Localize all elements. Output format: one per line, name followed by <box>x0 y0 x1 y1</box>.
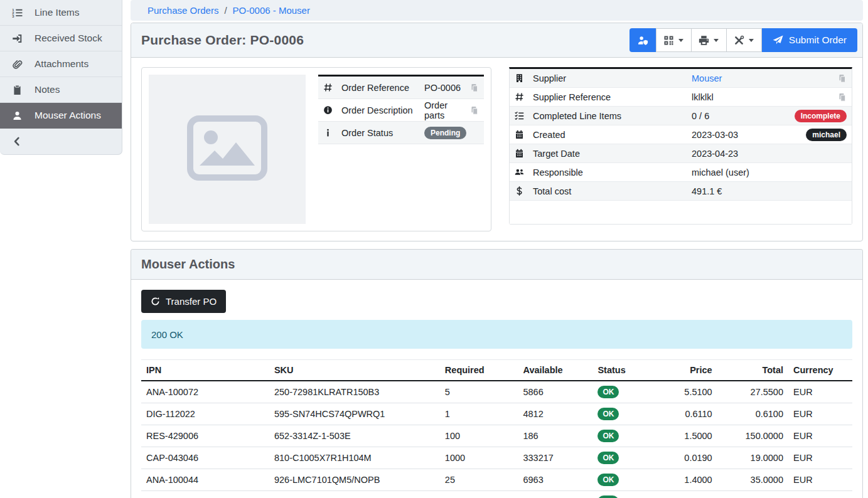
detail-row: Order StatusPending <box>318 122 484 144</box>
cell-ipn: DIG-112022 <box>141 403 269 425</box>
cell-price: 5.7200 <box>656 491 717 498</box>
copy-button[interactable] <box>838 74 847 83</box>
copy-button[interactable] <box>470 106 479 115</box>
detail-row: Responsiblemichael (user) <box>510 163 852 182</box>
detail-row: Completed Line Items0 / 6Incomplete <box>510 107 852 125</box>
caret-down-icon <box>714 39 719 42</box>
cell-total: 35.0000 <box>717 469 788 491</box>
cell-status: OK <box>592 425 656 447</box>
tools-icon <box>734 35 744 46</box>
cell-ipn: RES-429006 <box>141 425 269 447</box>
barcode-menu-button[interactable] <box>656 28 692 52</box>
sidebar-item-label: Line Items <box>35 7 80 18</box>
cell-currency: EUR <box>788 469 852 491</box>
detail-row: Supplier Referencelklklkl <box>510 88 852 107</box>
sidebar-nav: 123Line ItemsReceived StockAttachmentsNo… <box>0 0 122 129</box>
line-items-table: IPNSKURequiredAvailableStatusPriceTotalC… <box>141 359 852 498</box>
admin-button[interactable] <box>630 28 656 52</box>
breadcrumb-link[interactable]: Purchase Orders <box>147 5 218 16</box>
detail-value: Order parts <box>424 100 470 120</box>
cell-currency: EUR <box>788 447 852 469</box>
detail-label: Supplier <box>533 73 692 83</box>
column-currency: Currency <box>788 360 852 381</box>
sidebar-collapse-button[interactable] <box>0 129 122 154</box>
cell-currency: EUR <box>788 381 852 403</box>
detail-label: Order Description <box>341 105 424 115</box>
detail-row: Order ReferencePO-0006 <box>318 77 484 99</box>
cell-status: OK <box>592 403 656 425</box>
breadcrumb-link[interactable]: PO-0006 - Mouser <box>233 5 310 16</box>
copy-button[interactable] <box>838 93 847 102</box>
cell-total: 19.0000 <box>717 447 788 469</box>
detail-value: PO-0006 <box>424 83 470 93</box>
detail-label: Supplier Reference <box>533 92 692 102</box>
breadcrumb: Purchase Orders/PO-0006 - Mouser <box>131 0 863 21</box>
cell-available: 186 <box>518 425 592 447</box>
submit-order-button[interactable]: Submit Order <box>762 28 857 52</box>
cell-total: 268.8400 <box>717 491 788 498</box>
sidebar-item-notes[interactable]: Notes <box>0 77 122 103</box>
cell-status: OK <box>592 491 656 498</box>
cell-available: 6963 <box>518 469 592 491</box>
sidebar-item-label: Received Stock <box>35 33 102 44</box>
image-placeholder-icon <box>186 114 269 184</box>
building-icon <box>515 73 533 83</box>
transfer-po-button[interactable]: Transfer PO <box>141 290 226 313</box>
detail-label: Responsible <box>533 167 692 177</box>
detail-row: SupplierMouser <box>510 69 852 88</box>
mouser-actions-card: Mouser Actions Transfer PO 200 OK IPNSKU… <box>131 249 863 498</box>
cell-available: 5866 <box>518 381 592 403</box>
cell-price: 0.6110 <box>656 403 717 425</box>
list-check-icon <box>515 111 533 120</box>
print-menu-button[interactable] <box>691 28 727 52</box>
cell-total: 0.6100 <box>717 403 788 425</box>
status-alert: 200 OK <box>141 320 852 349</box>
cell-required: 25 <box>440 469 518 491</box>
order-image-placeholder <box>149 75 306 224</box>
cell-sku: 595-SN74HCS74QPWRQ1 <box>269 403 440 425</box>
supplier-link[interactable]: Mouser <box>692 73 838 83</box>
paperclip-icon <box>10 59 24 70</box>
column-ipn: IPN <box>141 360 269 381</box>
table-header: IPNSKURequiredAvailableStatusPriceTotalC… <box>141 360 852 381</box>
cell-sku: 926-LMC7101QM5/NOPB <box>269 469 440 491</box>
cell-status: OK <box>592 381 656 403</box>
sidebar-item-received-stock[interactable]: Received Stock <box>0 26 122 51</box>
cell-status: OK <box>592 447 656 469</box>
cell-price: 5.5100 <box>656 381 717 403</box>
page-title: Purchase Order: PO-0006 <box>141 33 304 48</box>
person-shield-icon <box>638 35 648 46</box>
status-badge: Incomplete <box>795 110 847 122</box>
cell-total: 150.0000 <box>717 425 788 447</box>
caret-down-icon <box>749 39 754 42</box>
caret-down-icon <box>678 39 683 42</box>
cell-ipn: ANA-100072 <box>141 381 269 403</box>
list-ol-icon: 123 <box>10 8 24 18</box>
tools-menu-button[interactable] <box>726 28 762 52</box>
detail-value: 0 / 6 <box>692 111 795 121</box>
cell-sku: 611-110.107.011/0205 <box>269 491 440 498</box>
sidebar-item-line-items[interactable]: 123Line Items <box>0 0 122 26</box>
column-sku: SKU <box>269 360 440 381</box>
sidebar-item-label: Mouser Actions <box>35 110 101 121</box>
sidebar-item-mouser-actions[interactable]: Mouser Actions <box>0 103 122 129</box>
detail-label: Created <box>533 130 692 140</box>
cell-required: 100 <box>440 425 518 447</box>
copy-button[interactable] <box>470 83 479 92</box>
detail-value: 491.1 € <box>692 186 847 196</box>
cell-ipn: CAP-043046 <box>141 447 269 469</box>
detail-value: 2023-04-23 <box>692 149 847 159</box>
cell-required: 1 <box>440 403 518 425</box>
table-row: ANA-100072250-72981KLRATR150B355866OK5.5… <box>141 381 852 403</box>
user-icon <box>10 110 24 121</box>
info-icon <box>323 128 341 137</box>
cell-available: 333217 <box>518 447 592 469</box>
cell-total: 27.5500 <box>717 381 788 403</box>
table-body: ANA-100072250-72981KLRATR150B355866OK5.5… <box>141 381 852 498</box>
cell-required: 47 <box>440 491 518 498</box>
detail-label: Total cost <box>533 186 692 196</box>
cell-price: 0.0190 <box>656 447 717 469</box>
status-ok-badge: OK <box>597 495 619 498</box>
detail-row: Target Date2023-04-23 <box>510 144 852 163</box>
sidebar-item-attachments[interactable]: Attachments <box>0 51 122 77</box>
